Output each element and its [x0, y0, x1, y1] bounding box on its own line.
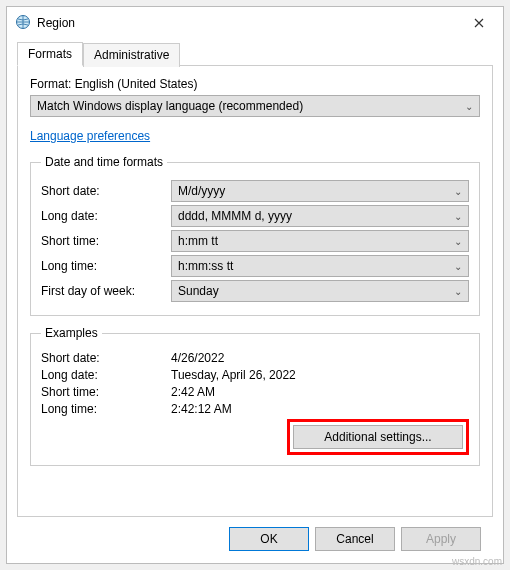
- globe-icon: [15, 14, 31, 33]
- apply-button[interactable]: Apply: [401, 527, 481, 551]
- short-date-value: M/d/yyyy: [178, 184, 225, 198]
- ex-short-date-value: 4/26/2022: [171, 351, 469, 365]
- long-time-value: h:mm:ss tt: [178, 259, 233, 273]
- long-date-combo[interactable]: dddd, MMMM d, yyyy ⌄: [171, 205, 469, 227]
- datetime-formats-group: Date and time formats Short date: M/d/yy…: [30, 155, 480, 316]
- first-day-label: First day of week:: [41, 284, 171, 298]
- chevron-down-icon: ⌄: [454, 186, 462, 197]
- short-time-row: Short time: h:mm tt ⌄: [41, 230, 469, 252]
- ex-short-time-value: 2:42 AM: [171, 385, 469, 399]
- first-day-row: First day of week: Sunday ⌄: [41, 280, 469, 302]
- window-title: Region: [37, 16, 463, 30]
- examples-legend: Examples: [41, 326, 102, 340]
- close-button[interactable]: [463, 15, 495, 31]
- ex-long-time-row: Long time: 2:42:12 AM: [41, 402, 469, 416]
- format-combo[interactable]: Match Windows display language (recommen…: [30, 95, 480, 117]
- chevron-down-icon: ⌄: [454, 211, 462, 222]
- long-date-label: Long date:: [41, 209, 171, 223]
- long-time-combo[interactable]: h:mm:ss tt ⌄: [171, 255, 469, 277]
- chevron-down-icon: ⌄: [465, 101, 473, 112]
- first-day-combo[interactable]: Sunday ⌄: [171, 280, 469, 302]
- long-time-row: Long time: h:mm:ss tt ⌄: [41, 255, 469, 277]
- language-preferences-link[interactable]: Language preferences: [30, 129, 150, 143]
- ex-short-time-label: Short time:: [41, 385, 171, 399]
- long-time-label: Long time:: [41, 259, 171, 273]
- ex-short-date-label: Short date:: [41, 351, 171, 365]
- ex-short-date-row: Short date: 4/26/2022: [41, 351, 469, 365]
- examples-group: Examples Short date: 4/26/2022 Long date…: [30, 326, 480, 466]
- region-dialog: Region Formats Administrative Format: En…: [6, 6, 504, 564]
- datetime-formats-legend: Date and time formats: [41, 155, 167, 169]
- short-time-label: Short time:: [41, 234, 171, 248]
- additional-settings-button[interactable]: Additional settings...: [293, 425, 463, 449]
- dialog-buttons: OK Cancel Apply: [17, 517, 493, 563]
- ok-button[interactable]: OK: [229, 527, 309, 551]
- format-label: Format: English (United States): [30, 77, 480, 91]
- watermark-text: wsxdn.com: [452, 556, 502, 567]
- ex-long-date-label: Long date:: [41, 368, 171, 382]
- ex-long-date-row: Long date: Tuesday, April 26, 2022: [41, 368, 469, 382]
- ex-short-time-row: Short time: 2:42 AM: [41, 385, 469, 399]
- ex-long-time-value: 2:42:12 AM: [171, 402, 469, 416]
- short-time-value: h:mm tt: [178, 234, 218, 248]
- chevron-down-icon: ⌄: [454, 236, 462, 247]
- tab-strip: Formats Administrative: [17, 41, 493, 66]
- chevron-down-icon: ⌄: [454, 261, 462, 272]
- titlebar: Region: [7, 7, 503, 37]
- short-date-label: Short date:: [41, 184, 171, 198]
- cancel-button[interactable]: Cancel: [315, 527, 395, 551]
- chevron-down-icon: ⌄: [454, 286, 462, 297]
- short-time-combo[interactable]: h:mm tt ⌄: [171, 230, 469, 252]
- content-area: Formats Administrative Format: English (…: [7, 37, 503, 563]
- short-date-row: Short date: M/d/yyyy ⌄: [41, 180, 469, 202]
- additional-settings-wrap: Additional settings...: [41, 419, 469, 455]
- first-day-value: Sunday: [178, 284, 219, 298]
- tab-administrative[interactable]: Administrative: [83, 43, 180, 67]
- tab-body-formats: Format: English (United States) Match Wi…: [17, 65, 493, 517]
- long-date-row: Long date: dddd, MMMM d, yyyy ⌄: [41, 205, 469, 227]
- ex-long-time-label: Long time:: [41, 402, 171, 416]
- ex-long-date-value: Tuesday, April 26, 2022: [171, 368, 469, 382]
- long-date-value: dddd, MMMM d, yyyy: [178, 209, 292, 223]
- highlight-annotation: Additional settings...: [287, 419, 469, 455]
- format-combo-value: Match Windows display language (recommen…: [37, 99, 303, 113]
- short-date-combo[interactable]: M/d/yyyy ⌄: [171, 180, 469, 202]
- tab-formats[interactable]: Formats: [17, 42, 83, 66]
